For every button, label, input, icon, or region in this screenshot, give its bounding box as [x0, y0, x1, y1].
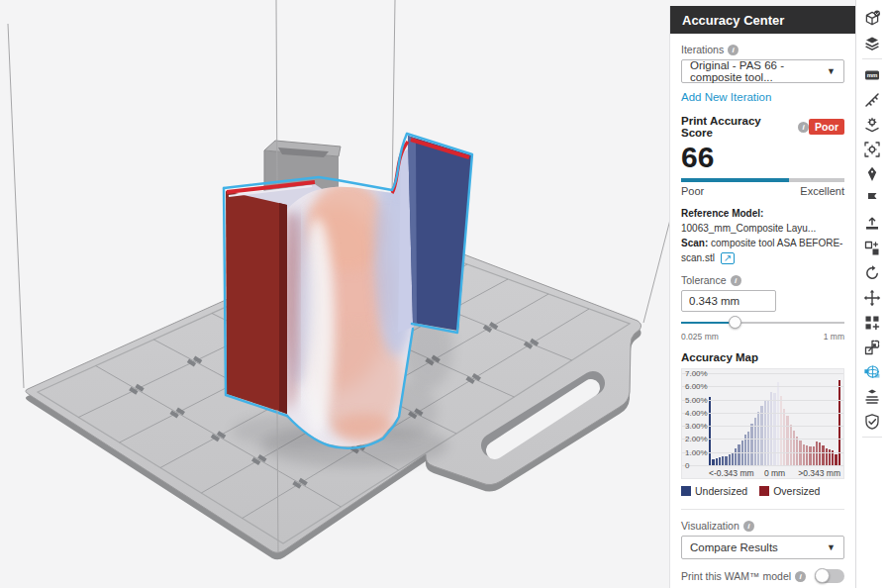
- tool-sidebar: mm: [855, 0, 887, 588]
- scan-compare-icon[interactable]: [859, 359, 885, 384]
- viewport-3d[interactable]: [0, 0, 669, 588]
- score-scale-min: Poor: [681, 185, 704, 197]
- y-axis-tick: 2.00%: [685, 435, 708, 443]
- measure-icon[interactable]: [859, 87, 885, 112]
- accuracy-map-title-text: Accuracy Map: [681, 351, 758, 363]
- info-icon[interactable]: i: [795, 571, 806, 582]
- toolbar-divider: [862, 58, 882, 59]
- visualization-dropdown[interactable]: Compare Results ▼: [681, 536, 844, 559]
- histogram-bar: [822, 445, 824, 465]
- score-row: Print Accuracy Score i Poor: [681, 115, 844, 139]
- visualization-label: Visualization: [681, 520, 739, 532]
- y-axis-tick: 0: [685, 461, 689, 470]
- quality-check-icon[interactable]: [859, 409, 885, 434]
- visualization-selected-value: Compare Results: [690, 541, 778, 553]
- chevron-down-icon: ▼: [827, 66, 836, 76]
- histogram-bar: [780, 396, 782, 465]
- tolerance-input[interactable]: [681, 290, 776, 312]
- histogram-bar: [716, 458, 718, 465]
- x-axis-tick: 0 mm: [764, 468, 785, 478]
- scan-row: Scan: composite tool ASA BEFORE-scan.stl…: [681, 236, 844, 265]
- y-axis-tick: 5.00%: [685, 395, 708, 404]
- histogram-bar: [722, 456, 724, 465]
- legend-swatch: [681, 486, 691, 496]
- legend-item: Oversized: [759, 485, 820, 497]
- iterations-selected-value: Original - PAS 66 - composite tool...: [690, 59, 821, 83]
- svg-text:mm: mm: [866, 72, 877, 78]
- iterations-dropdown[interactable]: Original - PAS 66 - composite tool... ▼: [681, 59, 844, 83]
- add-new-iteration-link[interactable]: Add New Iteration: [681, 91, 844, 103]
- histogram-bar: [764, 401, 766, 465]
- histogram-bar: [816, 441, 818, 465]
- score-scale-max: Excellent: [800, 185, 844, 197]
- score-value: 66: [681, 143, 844, 172]
- panel-title: Accuracy Center: [670, 6, 855, 34]
- histogram-bar: [773, 393, 775, 465]
- visualization-label-row: Visualization i: [681, 520, 844, 532]
- bed-level-icon[interactable]: [859, 211, 885, 236]
- legend-swatch: [759, 486, 769, 496]
- move-icon[interactable]: [859, 285, 885, 310]
- histogram-bar: [709, 397, 711, 465]
- model-left-flange: [226, 191, 287, 414]
- duplicate-icon[interactable]: [859, 236, 885, 260]
- info-icon[interactable]: i: [731, 275, 741, 286]
- y-axis-tick: 3.00%: [685, 422, 708, 431]
- y-axis-tick: 4.00%: [685, 408, 708, 417]
- histogram-bar: [747, 432, 749, 465]
- y-axis-tick: 7.00%: [685, 369, 708, 378]
- layers-icon[interactable]: [859, 31, 885, 55]
- toggle-knob: [815, 568, 830, 583]
- histogram-bar: [835, 454, 837, 465]
- histogram-bar: [719, 457, 721, 465]
- tolerance-slider[interactable]: [681, 316, 844, 330]
- paint-icon[interactable]: [859, 161, 885, 186]
- histogram-bar: [725, 456, 727, 465]
- tolerance-label: Tolerance: [681, 274, 727, 286]
- score-label: Print Accuracy Score: [681, 115, 794, 139]
- units-mm-icon[interactable]: mm: [859, 62, 885, 87]
- print-preview-icon[interactable]: [859, 384, 885, 409]
- info-icon[interactable]: i: [743, 521, 754, 532]
- histogram-bar: [813, 446, 815, 465]
- legend-item: Undersized: [681, 485, 747, 497]
- histogram-bar: [760, 406, 762, 465]
- histogram-bar: [738, 444, 739, 465]
- build-plate-scene[interactable]: [0, 0, 669, 588]
- score-scale: Poor Excellent: [681, 185, 844, 197]
- tolerance-slider-thumb[interactable]: [729, 316, 741, 329]
- print-wam-toggle[interactable]: [815, 569, 844, 583]
- histogram-bar: [750, 424, 752, 465]
- info-icon[interactable]: i: [798, 122, 809, 133]
- rotate-icon[interactable]: [859, 260, 885, 285]
- flag-icon[interactable]: [859, 186, 885, 211]
- histogram-bar: [790, 425, 792, 465]
- histogram-bar: [826, 448, 828, 465]
- part-settings-icon[interactable]: [859, 137, 885, 161]
- histogram-bar: [803, 444, 805, 465]
- app-window: Accuracy Center Iterations i Original - …: [0, 0, 887, 588]
- histogram-bar: [819, 442, 821, 465]
- x-axis-tick: <-0.343 mm: [709, 468, 754, 478]
- histogram-legend: UndersizedOversized: [681, 485, 844, 497]
- tolerance-range: 0.025 mm 1 mm: [681, 332, 844, 342]
- iterations-label-row: Iterations i: [681, 44, 844, 55]
- layer-settings-icon[interactable]: [859, 112, 885, 137]
- histogram-bar: [806, 445, 808, 465]
- score-progress-bar: [681, 178, 844, 182]
- histogram-bar: [793, 431, 795, 465]
- print-wam-row: Print this WAM™ model i: [681, 569, 844, 583]
- model-status-icon[interactable]: [859, 6, 885, 31]
- histogram-bar: [770, 392, 772, 465]
- histogram-bar: [767, 400, 769, 465]
- scale-icon[interactable]: [859, 335, 885, 359]
- external-link-icon[interactable]: ↗: [721, 252, 735, 264]
- reference-model-value: 10063_mm_Composite Layu...: [681, 223, 816, 234]
- reference-model-label: Reference Model:: [681, 208, 763, 219]
- histogram-bar: [783, 409, 785, 465]
- y-axis-tick: 6.00%: [685, 382, 708, 391]
- chevron-down-icon: ▼: [827, 542, 836, 552]
- info-icon[interactable]: i: [728, 45, 739, 55]
- add-parts-icon[interactable]: [859, 310, 885, 335]
- tolerance-max: 1 mm: [824, 332, 844, 342]
